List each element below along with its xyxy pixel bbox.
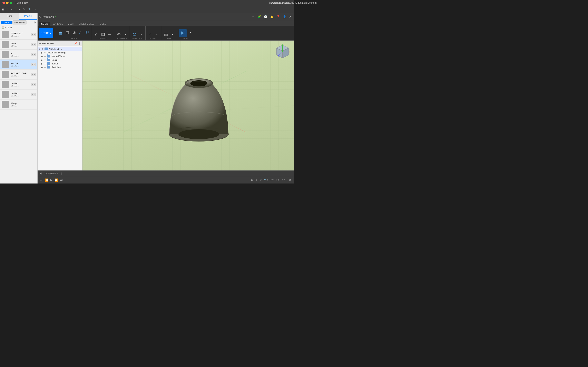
bodies-expand[interactable]: ▶ bbox=[41, 62, 43, 65]
named-views-eye-icon[interactable]: 👁 bbox=[44, 55, 47, 58]
modify-shell-btn[interactable] bbox=[100, 31, 106, 37]
assemble-joint-btn[interactable] bbox=[116, 31, 122, 37]
maximize-button[interactable] bbox=[10, 2, 12, 4]
browser-expand-btn[interactable]: ⋮ bbox=[78, 42, 81, 45]
sketches-expand[interactable]: ▶ bbox=[41, 66, 43, 68]
undo-button[interactable]: ↩ ↪ bbox=[10, 8, 17, 11]
view-orbit-btn[interactable]: ⟳ bbox=[259, 178, 262, 182]
create-sweep-btn[interactable] bbox=[78, 29, 84, 37]
file-item-2[interactable]: e12/11/21V5 bbox=[0, 50, 37, 59]
panel-settings-button[interactable]: ⚙ bbox=[34, 21, 36, 24]
minimize-button[interactable] bbox=[6, 2, 9, 4]
bodies-eye-icon[interactable]: 👁 bbox=[44, 62, 47, 65]
close-tab-button[interactable]: ✕ bbox=[33, 8, 38, 11]
select-btn[interactable] bbox=[179, 29, 187, 37]
root-eye-icon[interactable]: 👁 bbox=[41, 48, 44, 50]
file-item-0[interactable]: ASSEMBLY12/11/21V4 bbox=[0, 30, 37, 40]
timeline-settings-btn[interactable]: ⚙ bbox=[288, 178, 292, 182]
modify-fillet-btn[interactable] bbox=[94, 31, 100, 37]
inspect-more-btn[interactable]: ▾ bbox=[154, 31, 160, 37]
breadcrumb-path[interactable]: TEST bbox=[7, 26, 12, 29]
apps-grid-icon[interactable]: ⊞ bbox=[2, 8, 4, 11]
named-views-expand[interactable]: ▶ bbox=[41, 55, 43, 58]
redo-button[interactable]: ▾ bbox=[17, 8, 21, 11]
origin-expand[interactable]: ▶ bbox=[41, 59, 43, 61]
browser-bodies[interactable]: ▶ 👁 Bodies bbox=[38, 62, 82, 66]
file-item-6[interactable]: Untitled10/29/21V2 bbox=[0, 90, 37, 100]
search-button[interactable]: 🔍 bbox=[27, 8, 33, 11]
ws-viewport[interactable] bbox=[82, 41, 294, 170]
view-zoom-btn[interactable]: 🔍▾ bbox=[263, 178, 269, 182]
ws-clock-button[interactable]: 🕐 bbox=[263, 15, 268, 19]
ws-bell-button[interactable]: 🔔 bbox=[269, 15, 274, 19]
browser-origin[interactable]: ▶ 👁 Origin bbox=[38, 58, 82, 62]
new-folder-button[interactable]: New Folder bbox=[12, 20, 27, 25]
window-title: Autodesk Fusion 360 (Education License) bbox=[271, 1, 294, 4]
tab-tools[interactable]: TOOLS bbox=[96, 22, 108, 26]
view-display-btn[interactable]: ⊞ bbox=[250, 178, 254, 182]
upload-button[interactable]: Upload bbox=[1, 21, 12, 24]
tab-sheet-metal[interactable]: SHEET METAL bbox=[77, 22, 96, 26]
timeline-next-btn[interactable]: ⏩ bbox=[54, 178, 59, 182]
browser-pin-btn[interactable]: 📌 bbox=[74, 42, 77, 45]
create-more-btn[interactable] bbox=[84, 29, 90, 37]
file-item-7[interactable]: Wings12/5/21 bbox=[0, 100, 37, 109]
ws-extension-button[interactable]: 🧩 bbox=[257, 15, 262, 19]
file-list: ASSEMBLY12/11/21V4Base12/5/21V8e12/11/21… bbox=[0, 30, 37, 184]
origin-eye-icon[interactable]: 👁 bbox=[44, 58, 47, 61]
tab-surface[interactable]: SURFACE bbox=[51, 22, 65, 26]
cube-navigator[interactable] bbox=[274, 44, 291, 60]
comments-expand-btn[interactable]: ⋮ bbox=[59, 171, 63, 175]
root-expand-icon[interactable]: ▼ bbox=[38, 48, 41, 50]
create-new-component-btn[interactable] bbox=[65, 29, 71, 37]
comments-settings-btn[interactable]: ⚙ bbox=[39, 171, 43, 175]
sketches-eye-icon[interactable]: 👁 bbox=[44, 66, 47, 69]
construct-plane-btn[interactable] bbox=[131, 31, 138, 37]
insert-more-btn[interactable]: ▾ bbox=[169, 31, 176, 37]
file-version-3: V2 bbox=[31, 63, 36, 66]
file-item-4[interactable]: ROCKET LAMP BASE10/28/21V3 bbox=[0, 69, 37, 80]
timeline-prev-btn[interactable]: ⏪ bbox=[44, 178, 49, 182]
view-render-btn[interactable]: ◻▾ bbox=[270, 178, 274, 182]
file-version-6: V2 bbox=[31, 93, 36, 96]
design-button[interactable]: DESIGN ▾ bbox=[39, 28, 53, 38]
timeline-end-btn[interactable]: ⏭ bbox=[60, 178, 63, 182]
origin-label: Origin bbox=[52, 59, 57, 61]
view-effects-btn[interactable]: ✦▾ bbox=[281, 178, 286, 182]
modify-more-btn[interactable] bbox=[107, 31, 113, 37]
doc-settings-expand[interactable]: ▶ bbox=[41, 51, 43, 54]
ws-user-button[interactable]: 👤 bbox=[282, 15, 287, 19]
construct-more-btn[interactable]: ▾ bbox=[138, 31, 144, 37]
inspect-measure-btn[interactable] bbox=[147, 31, 153, 37]
create-extrude-btn[interactable] bbox=[56, 29, 64, 37]
tab-data[interactable]: Data bbox=[0, 13, 19, 20]
view-section-btn[interactable]: ◫▾ bbox=[275, 178, 280, 182]
ws-close-button[interactable]: ✕ bbox=[288, 15, 292, 19]
ws-help-button[interactable]: ❓ bbox=[276, 15, 281, 19]
refresh-button[interactable]: ↻ bbox=[22, 8, 26, 11]
browser-doc-settings[interactable]: ▶ ⚙ Document Settings bbox=[38, 51, 82, 54]
timeline-start-btn[interactable]: ⏮ bbox=[39, 178, 43, 182]
browser-sketches[interactable]: ▶ 👁 Sketches bbox=[38, 66, 82, 69]
assemble-more-btn[interactable]: ▾ bbox=[122, 31, 129, 37]
select-more-btn[interactable]: ▾ bbox=[187, 29, 193, 37]
ws-add-tab-button[interactable]: ＋ bbox=[251, 15, 255, 19]
file-item-3[interactable]: NozZIE11/18/21V2 bbox=[0, 59, 37, 69]
file-item-1[interactable]: Base12/5/21V8 bbox=[0, 40, 37, 50]
svg-marker-43 bbox=[289, 51, 290, 53]
file-version-0: V4 bbox=[31, 33, 36, 36]
close-button[interactable] bbox=[2, 2, 5, 4]
browser-root[interactable]: ▼ 👁 NozZIE v2 ● bbox=[38, 47, 82, 51]
home-icon[interactable]: 🏠 bbox=[2, 26, 4, 29]
tab-people[interactable]: People bbox=[19, 13, 38, 20]
browser-collapse-btn[interactable]: ◀ bbox=[39, 42, 41, 45]
tab-solid[interactable]: SOLID bbox=[39, 22, 50, 26]
construct-label: CONSTRUCT bbox=[132, 38, 144, 40]
file-item-5[interactable]: Untitled12/11/21V8 bbox=[0, 80, 37, 90]
view-pan-btn[interactable]: ✥ bbox=[255, 178, 258, 182]
tab-mesh[interactable]: MESH bbox=[66, 22, 76, 26]
browser-named-views[interactable]: ▶ 👁 Named Views bbox=[38, 54, 82, 58]
timeline-play-btn[interactable]: ▶ bbox=[50, 178, 53, 182]
insert-insert-btn[interactable] bbox=[163, 31, 169, 37]
create-revolve-btn[interactable] bbox=[71, 29, 77, 37]
